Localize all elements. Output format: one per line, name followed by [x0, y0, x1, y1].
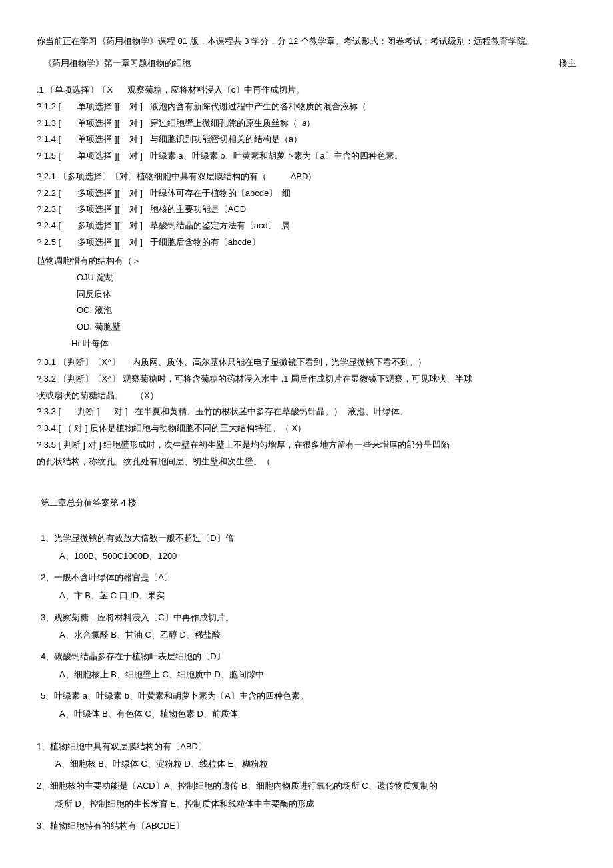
ch2-multi-2: 2、细胞核的主要功能是〔ACD〕A、控制细胞的遗传 B、细胞内物质进行氧化的场所…: [37, 778, 576, 795]
multi-choice-5: ? 2.5 [ 多项选择 ][ 对 ] 于细胞后含物的有〔abcde〕: [37, 234, 576, 251]
extra-question-head: 毡物调胞憎有的结构有（＞: [37, 253, 576, 270]
single-choice-3: ? 1.3 [ 单项选择 ][ 对 ] 穿过细胞壁上微细孔隙的原生质丝称（ a）: [37, 115, 576, 132]
extra-option-5: Hr 叶每体: [37, 336, 576, 352]
ch2-single-5: 5、叶绿素 a、叶绿素 b、叶黄素和胡萝卜素为〔A〕主含的四种色素。: [41, 688, 576, 705]
single-choice-5: ? 1.5 [ 单项选择 ][ 对 ] 叶绿素 a、叶绿素 b、叶黄素和胡萝卜素…: [37, 148, 576, 165]
judge-5a: ? 3.5 [ 判断 ] 对 ] 细胞壁形成时，次生壁在初生壁上不是均匀增厚，在…: [37, 437, 576, 454]
ch2-single-1-options: A、100B、500C1000D、1200: [41, 548, 576, 565]
single-choice-4: ? 1.4 [ 单项选择 ][ 对 ] 与细胞识别功能密切相关的结构是（a）: [37, 131, 576, 148]
ch2-multi-1-options: A、细胞核 B、叶绿体 C、淀粉粒 D、线粒体 E、糊粉粒: [37, 756, 576, 773]
extra-option-3: OC. 液泡: [37, 302, 576, 319]
judge-1: ? 3.1 〔判断〕〔X^〕 内质网、质体、高尔基体只能在电子显微镜下看到，光学…: [37, 354, 576, 371]
extra-option-2: 同反质体: [37, 286, 576, 303]
ch2-single-4-options: A、细胞核上 B、细胞壁上 C、细胞质中 D、胞间隙中: [41, 667, 576, 683]
ch2-single-1: 1、光学显微镜的有效放大倍数一般不超过〔D〕倍: [41, 530, 576, 547]
thread-owner-label: 楼主: [559, 55, 576, 72]
judge-5b: 的孔状结构，称纹孔。纹孔处有胞间层、初生壁和次生壁。（: [37, 454, 576, 470]
multi-choice-1: ? 2.1 〔多项选择〕〔对〕植物细胞中具有双层膜结构的有（ ABD）: [37, 169, 576, 185]
extra-option-1: OJU 淀劫: [37, 270, 576, 286]
ch2-single-4: 4、碳酸钙结晶多存在于植物叶表层细胞的〔D〕: [41, 649, 576, 665]
ch2-single-3: 3、观察菊糖，应将材料浸入〔C〕中再作成切片。: [41, 610, 576, 626]
ch2-multi-2-cont: 场所 D、控制细胞的生长发育 E、控制质体和线粒体中主要酶的形成: [37, 796, 576, 813]
single-choice-1: .1 〔单项选择〕〔X 观察菊糖，应将材料浸入〔c〕中再作成切片。: [37, 82, 576, 99]
single-choice-2: ? 1.2 [ 单项选择 ][ 对 ] 液泡内含有新陈代谢过程中产生的各种物质的…: [37, 99, 576, 115]
ch2-single-5-options: A、叶绿体 B、有色体 C、植物色素 D、前质体: [41, 706, 576, 723]
ch2-single-3-options: A、水合氯醛 B、甘油 C、乙醇 D、稀盐酸: [41, 627, 576, 644]
judge-2a: ? 3.2 〔判断〕〔X^〕 观察菊糖时，可将含菊糖的药材浸入水中 ,1 周后作…: [37, 371, 576, 388]
ch2-single-2: 2、一般不含叶绿体的器官是〔A〕: [41, 570, 576, 586]
course-intro: 你当前正在学习《药用植物学》课程 01 版，本课程共 3 学分，分 12 个教学…: [37, 33, 576, 50]
ch2-multi-3: 3、植物细胞特有的结构有〔ABCDE〕: [37, 818, 576, 835]
judge-3: ? 3.3 [ 判断 ] 对 ] 在半夏和黄精、玉竹的根状茎中多存在草酸钙针晶。…: [37, 404, 576, 420]
multi-choice-2: ? 2.2 [ 多项选择 ][ 对 ] 叶绿体可存在于植物的〔abcde〕 细: [37, 185, 576, 202]
chapter-title-row: 《药用植物学》第一章习题植物的细胞 楼主: [37, 55, 576, 72]
multi-choice-3: ? 2.3 [ 多项选择 ][ 对 ] 胞核的主要功能是〔ACD: [37, 201, 576, 218]
multi-choice-4: ? 2.4 [ 多项选择 ][ 对 ] 草酸钙结晶的鉴定方法有〔acd〕 属: [37, 218, 576, 234]
judge-2b: 状或扇状的菊糖结晶。 （X）: [37, 388, 576, 404]
chapter-2-title: 第二章总分值答案第 4 楼: [37, 495, 576, 512]
ch2-multi-1: 1、植物细胞中具有双层膜结构的有〔ABD〕: [37, 739, 576, 755]
ch2-single-2-options: A、卞 B、茎 C 口 tD、果实: [41, 588, 576, 604]
extra-option-4: OD. 菊胞壁: [37, 319, 576, 336]
chapter-title: 《药用植物学》第一章习题植物的细胞: [43, 55, 191, 72]
judge-4: ? 3.4 [ （ 对 ] 质体是植物细胞与动物细胞不同的三大结构特征。（ X）: [37, 420, 576, 437]
